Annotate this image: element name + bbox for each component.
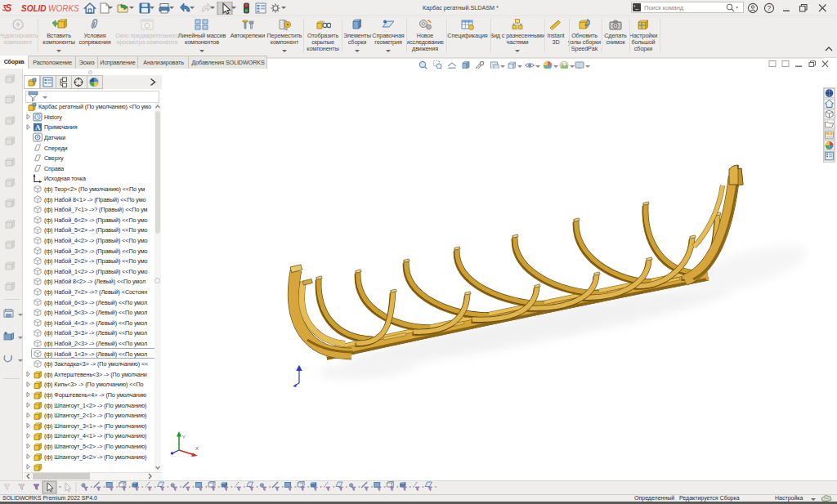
svg-text:X: X	[195, 446, 199, 451]
svg-text:?: ?	[767, 4, 771, 12]
svg-text:SOLID: SOLID	[21, 4, 47, 13]
svg-text:Y: Y	[182, 435, 186, 439]
svg-text:WORKS: WORKS	[48, 4, 79, 13]
